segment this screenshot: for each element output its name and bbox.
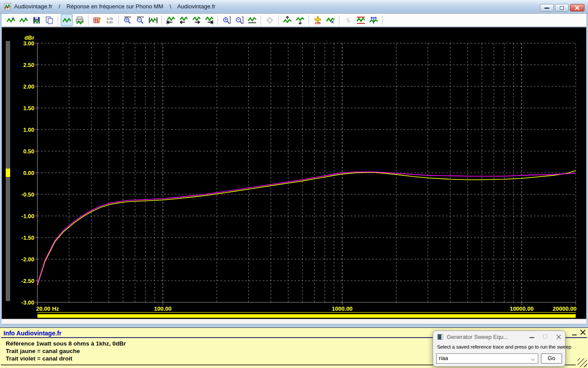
window-controls [540,4,584,11]
wave-arrow-right-icon [192,16,201,25]
app-window: { "window": { "title": "Audiovintage.fr … [0,0,588,368]
x-tick-label: 100.00 [154,305,172,312]
dialog-title-bar[interactable]: Generator Sweep Equ... [433,331,565,342]
cross-zero-icon: 0.00 [313,16,322,25]
shift-curve-up-button[interactable] [281,14,293,26]
info-close-icon[interactable] [580,329,586,335]
fit-y-button[interactable] [246,14,258,26]
y-tick-label: -3.00 [21,299,34,306]
value-list-button[interactable]: 3.255.60 [104,14,116,26]
copy-curve-button[interactable] [43,14,55,26]
wave-plus-icon: + [7,16,15,25]
info-minimize-icon[interactable] [572,335,577,335]
settings-button [264,14,276,26]
dialog-minimize-button[interactable] [526,332,539,342]
save-curve-button[interactable] [30,14,42,26]
window-frame-right [586,14,588,327]
set-zero-reference-button[interactable]: 0.00 [312,14,323,26]
minimize-icon [544,7,549,9]
x-tick-label: 10000.00 [510,305,533,312]
floppy-wave-icon [32,16,41,25]
toolbar-separator [261,15,261,25]
y-tick-label: -1.00 [21,213,34,219]
copy-icon [45,16,54,25]
y-tick-label: -2.00 [21,256,34,263]
dialog-instruction: Select a saved reference trace and press… [437,344,571,349]
cursor-measure-button[interactable] [368,14,379,26]
fit-x-button[interactable] [147,14,159,26]
info-line: Référence 1watt sous 8 ohms à 1khz, 0dBr [6,340,126,347]
wave-fit-icon [149,16,158,25]
minimize-button[interactable] [540,4,554,11]
svg-text:−: − [237,17,239,22]
restore-icon [560,6,564,10]
toolbar-separator [58,15,58,25]
scroll-right-button[interactable] [190,14,202,26]
toolbar-separator [382,15,382,25]
generator-sweep-dialog: Generator Sweep Equ... Select a saved re… [433,331,566,367]
zoom-y-out-button[interactable]: − [233,14,245,26]
add-curve-button[interactable]: + [5,14,17,26]
scroll-left-button[interactable] [177,14,189,26]
limit-lines-button[interactable] [355,14,367,26]
y-tick-label: -2.50 [21,278,34,284]
go-button[interactable]: Go [541,353,562,364]
svg-text:+: + [11,16,15,21]
y-tick-label: 2.50 [23,62,34,68]
dialog-icon [437,334,443,340]
gear-icon [265,16,274,25]
remove-curve-button[interactable]: − [18,14,29,26]
reference-trace-combobox[interactable]: riaa [436,353,538,364]
svg-text:0.00: 0.00 [315,22,320,25]
x-tick-label: 20.00 Hz [36,305,59,312]
magnifier-plus-x-icon: + [123,16,132,25]
toolbar-separator [309,15,309,25]
wave-minus-icon: − [19,16,28,25]
arrows-gray-icon [344,16,353,25]
magnifier-minus-x-icon: − [136,16,145,25]
numbers-icon: 3.255.60 [106,16,114,25]
table-edit-icon [93,16,102,25]
chevron-down-icon [531,357,535,361]
magnifier-minus-y-icon: − [235,16,244,25]
sweep-progress-edge [37,312,576,313]
svg-text:+: + [224,17,227,22]
dialog-close-button[interactable] [552,332,565,342]
scroll-left-end-button[interactable] [165,14,176,26]
y-tick-label: 2.00 [23,83,34,90]
combobox-value: riaa [439,355,448,361]
y-tick-label: 1.50 [23,105,34,112]
clear-reference-button[interactable]: × [324,14,336,26]
maximize-button[interactable] [555,4,569,11]
close-icon [555,334,562,340]
zoom-x-in-button[interactable]: + [121,14,133,26]
trace-left-channel [37,171,576,285]
wave-redlines-icon [356,16,365,25]
toolbar-separator [162,15,162,25]
window-title: Audiovintage.fr / Réponse en fréquence s… [14,0,215,13]
svg-text:−: − [24,16,27,21]
edit-table-button[interactable] [91,14,103,26]
x-tick-label: 20000.00 [553,305,577,312]
toolbar-separator [217,15,218,25]
info-panel-title: Info Audiovintage.fr [4,330,62,337]
resize-grip[interactable] [577,358,587,367]
svg-text:5.60: 5.60 [107,20,113,24]
zoom-x-out-button[interactable]: − [134,14,146,26]
wave-cursor-icon [369,16,378,25]
zoom-y-in-button[interactable]: + [220,14,232,26]
level-meter-marker [6,169,10,177]
show-curves-button[interactable] [61,14,73,26]
toolbar-separator [339,15,339,25]
frequency-response-chart[interactable]: dBr3.002.502.001.501.000.500.00-0.50-1.0… [2,27,586,319]
shift-curve-down-button[interactable] [294,14,306,26]
wave-up-icon [283,16,292,25]
toolbar-separator [278,15,279,25]
close-button[interactable] [570,4,584,11]
scroll-right-end-button[interactable] [203,14,215,26]
y-tick-label: 0.00 [23,170,34,176]
toolbar-separator [88,15,88,25]
print-curve-button[interactable] [74,14,85,26]
swap-curves-button [342,14,354,26]
wave-arrow-left-end-icon [166,16,175,25]
